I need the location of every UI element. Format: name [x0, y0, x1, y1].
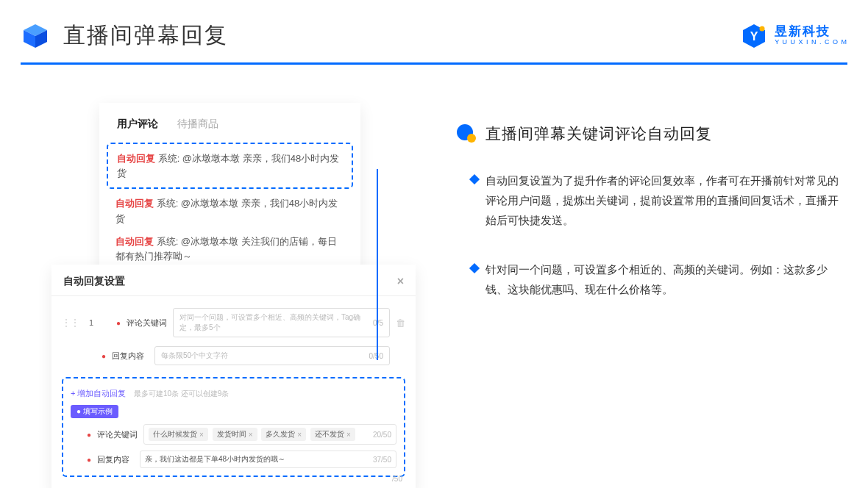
required-dot: ● — [102, 352, 106, 360]
tab-user-comments[interactable]: 用户评论 — [117, 118, 158, 131]
row-number: 1 — [85, 318, 97, 327]
tag-item: 发货时间× — [213, 428, 257, 441]
tag-item: 还不发货× — [310, 428, 355, 441]
add-auto-reply-link[interactable]: + 增加自动回复 — [71, 389, 126, 398]
settings-modal: 自动回复设置 × ⋮⋮ 1 ● 评论关键词 对同一个问题，可设置多个相近、高频的… — [51, 265, 416, 488]
tab-pending-products[interactable]: 待播商品 — [177, 118, 218, 131]
keyword-counter: 0/5 — [373, 319, 383, 327]
bullet-1-text: 自动回复设置为了提升作者的评论回复效率，作者可在开播前针对常见的评论用户问题，提… — [485, 171, 839, 230]
brand-text: 昱新科技 Y U U X I N . C O M — [775, 25, 847, 46]
example-content-row: ● 回复内容 亲，我们这边都是下单48小时内发货的哦～ 37/50 — [71, 451, 396, 468]
header-left: 直播间弹幕回复 — [21, 21, 228, 51]
keyword-placeholder: 对同一个问题，可设置多个相近、高频的关键词，Tag确定，最多5个 — [179, 312, 369, 333]
modal-header: 自动回复设置 × — [51, 275, 416, 296]
required-dot: ● — [116, 319, 121, 327]
description-panel: 直播间弹幕关键词评论自动回复 自动回复设置为了提升作者的评论回复效率，作者可在开… — [456, 123, 839, 329]
highlighted-comment: 自动回复 系统: @冰墩墩本墩 亲亲，我们48小时内发货 — [107, 143, 353, 189]
brand-name: 昱新科技 — [775, 25, 847, 39]
page-header: 直播间弹幕回复 Y 昱新科技 Y U U X I N . C O M — [21, 21, 847, 51]
page-title: 直播间弹幕回复 — [63, 21, 228, 51]
auto-reply-tag: 自动回复 — [117, 153, 155, 164]
keyword-input[interactable]: 对同一个问题，可设置多个相近、高频的关键词，Tag确定，最多5个 0/5 — [173, 308, 390, 337]
example-content-label: 回复内容 — [97, 454, 134, 465]
example-keyword-counter: 20/50 — [373, 431, 391, 439]
content-label: 回复内容 — [112, 351, 149, 362]
auto-reply-tag: 自动回复 — [115, 198, 154, 209]
example-keyword-input[interactable]: 什么时候发货× 发货时间× 多久发货× 还不发货× 20/50 — [143, 424, 396, 445]
connector-line-v — [377, 169, 378, 360]
bullet-1: 自动回复设置为了提升作者的评论回复效率，作者可在开播前针对常见的评论用户问题，提… — [456, 171, 839, 230]
required-dot: ● — [87, 456, 91, 464]
tag-group: 什么时候发货× 发货时间× 多久发货× 还不发货× — [149, 428, 357, 441]
footer-counter: /50 — [392, 475, 402, 483]
modal-title: 自动回复设置 — [63, 275, 125, 288]
quota-hint: 最多可建10条 还可以创建9条 — [134, 390, 229, 398]
trash-icon[interactable]: 🗑 — [396, 317, 405, 329]
tag-item: 多久发货× — [261, 428, 306, 441]
example-content-input[interactable]: 亲，我们这边都是下单48小时内发货的哦～ 37/50 — [140, 451, 396, 468]
keyword-label: 评论关键词 — [127, 317, 167, 329]
auto-reply-tag: 自动回复 — [115, 236, 154, 247]
form-row-keyword: ⋮⋮ 1 ● 评论关键词 对同一个问题，可设置多个相近、高频的关键词，Tag确定… — [51, 304, 416, 342]
example-content-text: 亲，我们这边都是下单48小时内发货的哦～ — [145, 454, 285, 464]
brand-subtitle: Y U U X I N . C O M — [775, 39, 847, 46]
add-row: + 增加自动回复 最多可建10条 还可以创建9条 — [71, 386, 396, 399]
diamond-icon — [469, 263, 480, 273]
drag-handle-icon[interactable]: ⋮⋮ — [62, 317, 79, 328]
section-heading: 直播间弹幕关键词评论自动回复 — [456, 123, 839, 144]
example-keyword-label: 评论关键词 — [97, 429, 138, 440]
required-dot: ● — [87, 431, 91, 439]
diamond-icon — [469, 174, 480, 184]
content-input[interactable]: 每条限50个中文字符 0/50 — [154, 346, 390, 365]
comment-row-2: 自动回复 系统: @冰墩墩本墩 亲亲，我们48小时内发货 — [99, 196, 360, 227]
content-placeholder: 每条限50个中文字符 — [161, 351, 228, 361]
brand-logo: Y 昱新科技 Y U U X I N . C O M — [741, 23, 847, 49]
comment-row-3: 自动回复 系统: @冰墩墩本墩 关注我们的店铺，每日都有热门推荐呦～ — [99, 234, 360, 265]
svg-text:Y: Y — [750, 30, 758, 43]
card-tabs: 用户评论 待播商品 — [99, 118, 360, 140]
cube-icon — [21, 21, 50, 51]
svg-point-5 — [760, 26, 765, 31]
chat-bubble-icon — [456, 123, 477, 144]
svg-point-7 — [467, 134, 476, 143]
close-icon[interactable]: × — [397, 275, 404, 288]
comments-card: 用户评论 待播商品 自动回复 系统: @冰墩墩本墩 亲亲，我们48小时内发货 自… — [99, 103, 360, 287]
example-keyword-row: ● 评论关键词 什么时候发货× 发货时间× 多久发货× 还不发货× 20/50 — [71, 424, 396, 445]
bullet-2: 针对同一个问题，可设置多个相近的、高频的关键词。例如：这款多少钱、这块能优惠吗、… — [456, 259, 839, 299]
tag-item: 什么时候发货× — [149, 428, 208, 441]
brand-hex-icon: Y — [741, 23, 767, 49]
example-badge: ● 填写示例 — [71, 405, 118, 418]
example-content-counter: 37/50 — [373, 456, 391, 464]
bullet-2-text: 针对同一个问题，可设置多个相近的、高频的关键词。例如：这款多少钱、这块能优惠吗、… — [485, 259, 839, 299]
header-divider — [21, 62, 847, 65]
form-row-content: ● 回复内容 每条限50个中文字符 0/50 — [51, 342, 416, 370]
section-title: 直播间弹幕关键词评论自动回复 — [485, 123, 712, 144]
example-section: + 增加自动回复 最多可建10条 还可以创建9条 ● 填写示例 ● 评论关键词 … — [62, 377, 405, 477]
